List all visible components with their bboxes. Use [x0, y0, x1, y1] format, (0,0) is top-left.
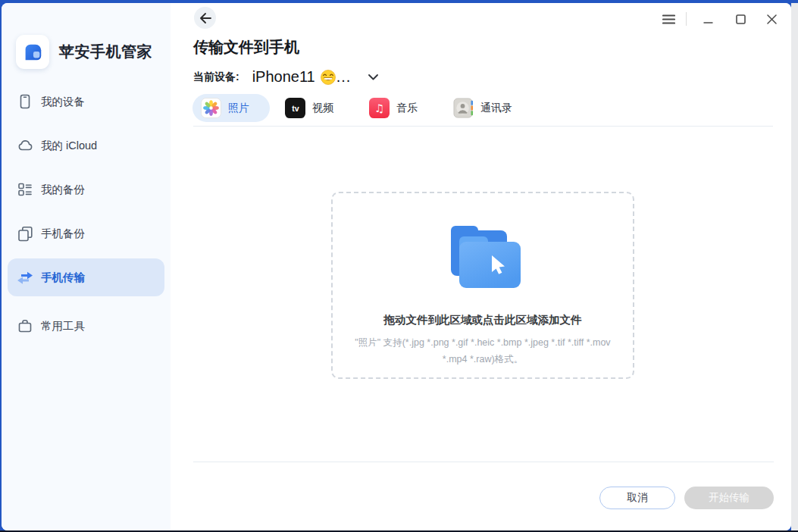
device-label: 当前设备:: [193, 70, 239, 84]
contacts-icon: [453, 98, 474, 118]
sidebar: 苹安手机管家 我的设备 我的 iCloud: [2, 3, 171, 530]
page-title: 传输文件到手机: [193, 37, 299, 58]
svg-text:♫: ♫: [374, 102, 384, 114]
sidebar-item-label: 手机备份: [41, 227, 85, 241]
window-controls-divider: [686, 12, 687, 26]
appletv-icon: tv: [285, 98, 305, 118]
menu-icon[interactable]: [656, 10, 681, 28]
maximize-icon[interactable]: [724, 10, 756, 28]
dropzone-main-text: 拖动文件到此区域或点击此区域添加文件: [384, 313, 582, 327]
tab-contacts[interactable]: 通讯录: [445, 94, 522, 122]
toolbox-icon: [17, 318, 33, 333]
cloud-icon: [17, 138, 33, 153]
window-controls: [656, 10, 787, 28]
sidebar-item-my-devices[interactable]: 我的设备: [8, 83, 164, 120]
tab-label: 通讯录: [480, 102, 512, 115]
back-arrow-icon: [199, 13, 211, 23]
folder-icon: [440, 222, 525, 295]
tab-music[interactable]: ♫ 音乐: [361, 94, 438, 122]
start-transfer-button[interactable]: 开始传输: [684, 487, 774, 509]
sidebar-nav: 我的设备 我的 iCloud 我的备份: [2, 83, 171, 345]
minimize-icon[interactable]: [691, 10, 724, 28]
sidebar-item-phone-backup[interactable]: 手机备份: [8, 214, 164, 252]
sidebar-item-label: 手机传输: [41, 271, 85, 285]
svg-text:tv: tv: [292, 104, 299, 113]
grin-emoji-icon: [320, 69, 336, 86]
sidebar-item-my-icloud[interactable]: 我的 iCloud: [8, 127, 164, 164]
dropzone-hint-text: "照片" 支持(*.jpg *.png *.gif *.heic *.bmp *…: [333, 335, 633, 368]
content-tabs: 照片 tv 视频 ♫ 音乐: [192, 94, 529, 122]
tab-photos[interactable]: 照片: [192, 94, 270, 122]
phone-icon: [17, 94, 33, 109]
sidebar-item-label: 常用工具: [41, 319, 85, 333]
tab-label: 视频: [312, 102, 333, 115]
sidebar-item-my-backups[interactable]: 我的备份: [8, 171, 164, 208]
tab-label: 照片: [228, 102, 249, 115]
music-icon: ♫: [369, 98, 390, 118]
footer-divider: [193, 462, 774, 462]
background-window-strip: [791, 3, 798, 532]
device-name-ellipsis: ...: [336, 68, 352, 86]
sidebar-item-phone-transfer[interactable]: 手机传输: [8, 258, 164, 296]
tab-videos[interactable]: tv 视频: [277, 94, 354, 122]
cancel-button[interactable]: 取消: [599, 487, 675, 509]
phone-backup-icon: [17, 226, 33, 241]
transfer-arrows-icon: [17, 270, 33, 285]
device-selector[interactable]: 当前设备: iPhone11 ...: [193, 68, 379, 86]
sidebar-item-label: 我的设备: [41, 95, 85, 109]
device-name: iPhone11: [252, 68, 315, 86]
sidebar-item-common-tools[interactable]: 常用工具: [8, 307, 164, 345]
app-title: 苹安手机管家: [59, 42, 152, 62]
backup-list-icon: [17, 182, 33, 197]
app-window: 苹安手机管家 我的设备 我的 iCloud: [2, 3, 791, 530]
close-icon[interactable]: [756, 10, 787, 28]
footer-actions: 取消 开始传输: [599, 487, 774, 509]
photos-icon: [201, 98, 221, 118]
tab-label: 音乐: [396, 102, 418, 115]
tabs-divider: [193, 126, 773, 127]
main-panel: 传输文件到手机 当前设备: iPhone11 ...: [171, 3, 791, 530]
sidebar-item-label: 我的备份: [41, 183, 85, 197]
app-logo-icon: [16, 35, 49, 69]
chevron-down-icon[interactable]: [368, 74, 379, 81]
file-dropzone[interactable]: 拖动文件到此区域或点击此区域添加文件 "照片" 支持(*.jpg *.png *…: [331, 192, 634, 379]
sidebar-item-label: 我的 iCloud: [41, 139, 97, 153]
app-brand: 苹安手机管家: [16, 35, 171, 69]
back-button[interactable]: [194, 7, 216, 29]
